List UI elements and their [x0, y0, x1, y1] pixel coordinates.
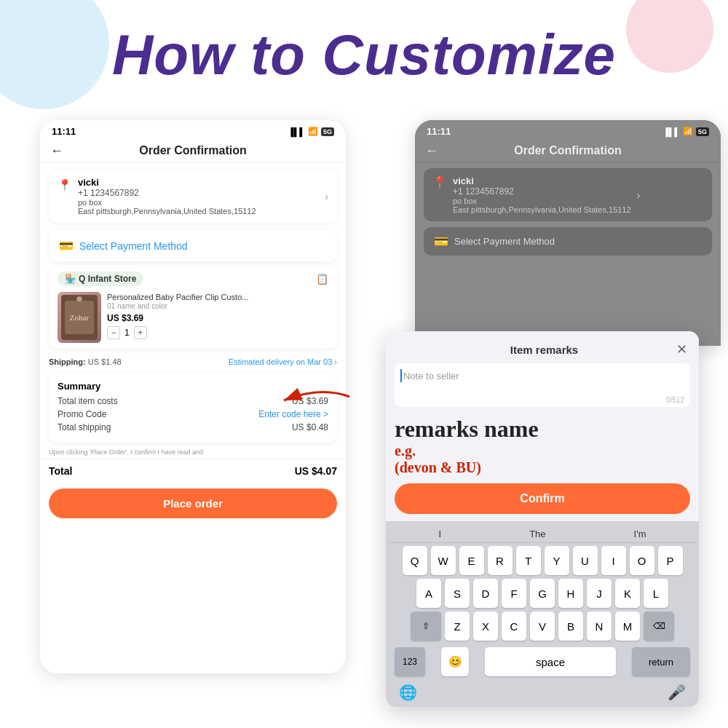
cursor-icon — [400, 369, 402, 382]
key-m[interactable]: M — [615, 612, 640, 641]
qty-number: 1 — [124, 328, 130, 338]
item-remarks-modal: Item remarks ✕ Note to seller 0/512 rema… — [386, 331, 699, 707]
store-icon: 🏪 — [65, 274, 76, 284]
store-name-pill[interactable]: 🏪 Q Infant Store — [58, 272, 143, 286]
product-details: Personalized Baby Pacifier Clip Custo...… — [107, 292, 328, 339]
place-order-button[interactable]: Place order — [49, 488, 337, 518]
suggestion-the[interactable]: The — [529, 529, 545, 539]
key-emoji[interactable]: 😊 — [441, 647, 469, 676]
note-to-seller-placeholder[interactable]: Note to seller — [403, 371, 459, 381]
keyboard-bottom-row: 123 😊 space return — [389, 644, 696, 679]
eg-text: e.g. — [395, 443, 416, 459]
key-i[interactable]: I — [601, 546, 626, 575]
payment-card-left[interactable]: 💳 Select Payment Method — [49, 230, 337, 261]
key-w[interactable]: W — [431, 546, 456, 575]
payment-card-right[interactable]: 💳 Select Payment Method — [424, 227, 712, 256]
wifi-icon-right: 📶 — [683, 127, 693, 136]
key-r[interactable]: R — [488, 546, 513, 575]
shipping-delivery[interactable]: Estimated delivery on Mar 03 › — [229, 357, 337, 366]
key-delete[interactable]: ⌫ — [644, 612, 674, 641]
status-icons-right: ▐▌▌ 📶 5G — [663, 127, 709, 136]
modal-header: Item remarks ✕ — [386, 331, 699, 363]
key-f[interactable]: F — [502, 579, 526, 608]
key-s[interactable]: S — [445, 579, 470, 608]
location-icon-right: 📍 — [432, 175, 447, 189]
main-title: How to Customize — [0, 22, 728, 88]
key-g[interactable]: G — [530, 579, 555, 608]
key-x[interactable]: X — [473, 612, 498, 641]
key-t[interactable]: T — [516, 546, 541, 575]
keyboard-suggestions: I The I'm — [389, 526, 696, 543]
suggestion-im[interactable]: I'm — [634, 529, 646, 539]
key-n[interactable]: N — [587, 612, 612, 641]
key-j[interactable]: J — [587, 579, 612, 608]
address-info-right: vicki +1 1234567892 po box East pittsbur… — [453, 175, 631, 214]
svg-text:Zohar: Zohar — [70, 313, 90, 322]
key-d[interactable]: D — [473, 579, 498, 608]
key-o[interactable]: O — [630, 546, 654, 575]
qty-plus-btn[interactable]: + — [134, 326, 147, 339]
back-button-right[interactable]: ← — [425, 143, 438, 159]
address-card-right[interactable]: 📍 vicki +1 1234567892 po box East pittsb… — [424, 168, 712, 221]
address-po: po box — [78, 198, 319, 207]
key-l[interactable]: L — [644, 579, 668, 608]
keyboard-row-1: Q W E R T Y U I O P — [389, 546, 696, 575]
time-left: 11:11 — [52, 126, 76, 137]
char-count: 0/512 — [666, 396, 684, 404]
product-price: US $3.69 — [107, 313, 328, 323]
address-name: vicki — [78, 177, 319, 188]
remarks-name-text: remarks name — [395, 416, 690, 443]
key-return[interactable]: return — [632, 647, 690, 676]
qty-minus-btn[interactable]: − — [107, 326, 120, 339]
store-edit-icon[interactable]: 📋 — [316, 273, 328, 285]
key-z[interactable]: Z — [445, 612, 470, 641]
total-value: US $4.07 — [295, 465, 337, 477]
product-variant: 01 name and color — [107, 302, 328, 310]
product-image: Zohar — [58, 292, 101, 343]
key-h[interactable]: H — [558, 579, 583, 608]
promo-label: Promo Code — [58, 409, 106, 419]
total-label: Total — [49, 465, 72, 477]
eg-value: (devon & BU) — [395, 459, 481, 475]
address-city-right: East pittsburgh,Pennsylvania,United Stat… — [453, 205, 631, 214]
red-arrow-annotation — [269, 379, 357, 418]
product-row: Zohar Personalized Baby Pacifier Clip Cu… — [58, 292, 328, 343]
key-y[interactable]: Y — [545, 546, 569, 575]
globe-icon[interactable]: 🌐 — [399, 684, 417, 701]
suggestion-i[interactable]: I — [439, 529, 442, 539]
keyboard-row-2: A S D F G H J K L — [389, 579, 696, 608]
key-c[interactable]: C — [502, 612, 526, 641]
modal-close-button[interactable]: ✕ — [676, 341, 687, 357]
status-icons-left: ▐▌▌ 📶 5G — [288, 127, 334, 136]
key-v[interactable]: V — [530, 612, 555, 641]
key-space[interactable]: space — [485, 647, 616, 676]
address-phone: +1 1234567892 — [78, 188, 319, 198]
address-info-left: vicki +1 1234567892 po box East pittsbur… — [78, 177, 319, 215]
qty-control: − 1 + — [107, 326, 328, 339]
mic-icon[interactable]: 🎤 — [668, 684, 686, 701]
page-title-left: Order Confirmation — [139, 144, 247, 157]
key-e[interactable]: E — [459, 546, 484, 575]
key-u[interactable]: U — [573, 546, 598, 575]
address-chevron-right: › — [637, 189, 641, 201]
key-p[interactable]: P — [658, 546, 683, 575]
shipping-row: Shipping: US $1.48 Estimated delivery on… — [40, 353, 346, 371]
back-button-left[interactable]: ← — [50, 143, 63, 159]
summary-row-shipping: Total shipping US $0.48 — [58, 422, 328, 432]
key-a[interactable]: A — [416, 579, 441, 608]
key-shift[interactable]: ⇧ — [411, 612, 441, 641]
address-card-left[interactable]: 📍 vicki +1 1234567892 po box East pittsb… — [49, 170, 337, 223]
total-shipping-label: Total shipping — [58, 422, 111, 432]
key-b[interactable]: B — [558, 612, 583, 641]
address-city: East pittsburgh,Pennsylvania,United Stat… — [78, 207, 319, 215]
key-q[interactable]: Q — [403, 546, 427, 575]
wifi-icon-left: 📶 — [308, 127, 318, 136]
key-k[interactable]: K — [615, 579, 640, 608]
nav-bar-left: ← Order Confirmation — [40, 140, 346, 162]
store-section: 🏪 Q Infant Store 📋 Zohar Personalized Ba… — [49, 266, 337, 349]
address-chevron: › — [325, 191, 328, 202]
key-123[interactable]: 123 — [395, 647, 425, 676]
signal-icon-left: ▐▌▌ — [288, 127, 305, 136]
shipping-label: Shipping: — [49, 357, 86, 366]
confirm-button[interactable]: Confirm — [395, 483, 690, 514]
